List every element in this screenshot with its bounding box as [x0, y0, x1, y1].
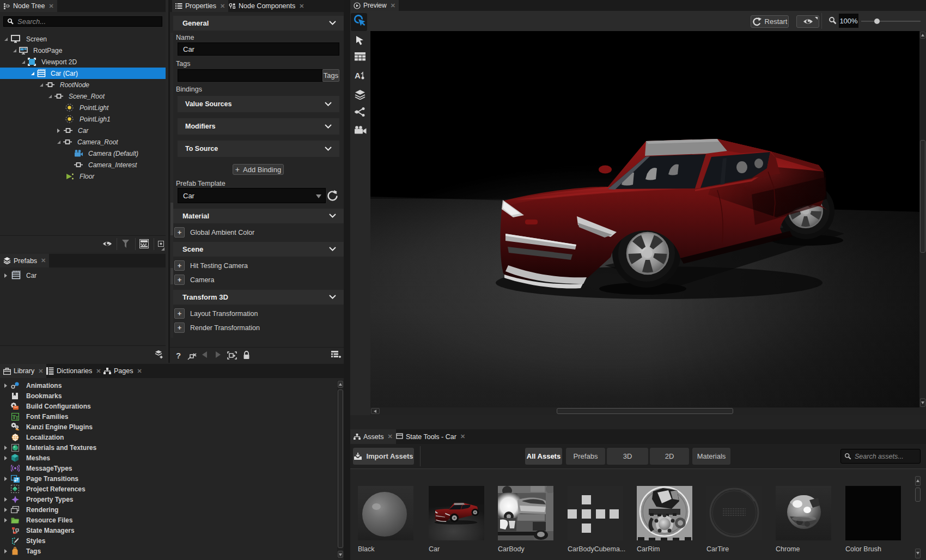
svg-text:T: T [16, 416, 19, 421]
svg-text:A: A [355, 71, 361, 80]
